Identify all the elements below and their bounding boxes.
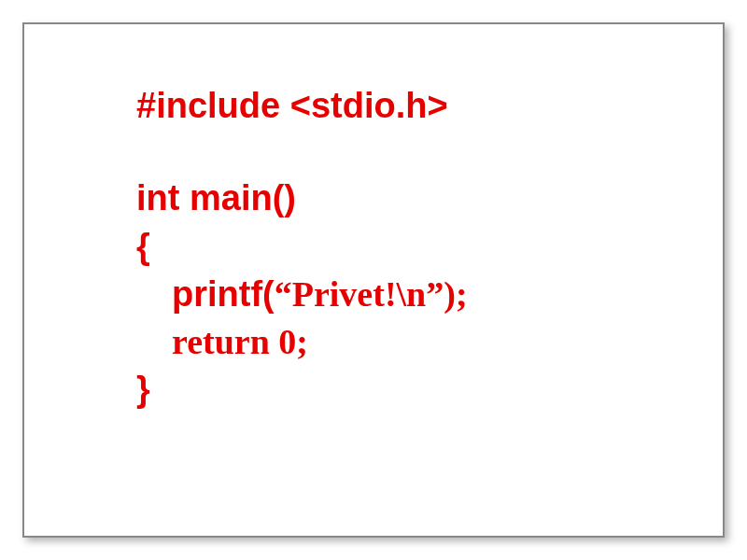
code-line-brace-close: } xyxy=(136,366,468,413)
printf-keyword: printf( xyxy=(172,274,275,314)
code-line-include: #include <stdio.h> xyxy=(136,82,468,130)
code-line-main: int main() xyxy=(136,175,468,222)
code-line-return: return 0; xyxy=(136,318,468,366)
printf-argument: “Privet!\n”); xyxy=(275,274,468,314)
code-line-printf: printf(“Privet!\n”); xyxy=(136,271,468,318)
code-block: #include <stdio.h> int main() { printf(“… xyxy=(136,82,468,414)
blank-line xyxy=(136,130,468,175)
slide-frame: #include <stdio.h> int main() { printf(“… xyxy=(22,22,725,538)
code-line-brace-open: { xyxy=(136,223,468,271)
